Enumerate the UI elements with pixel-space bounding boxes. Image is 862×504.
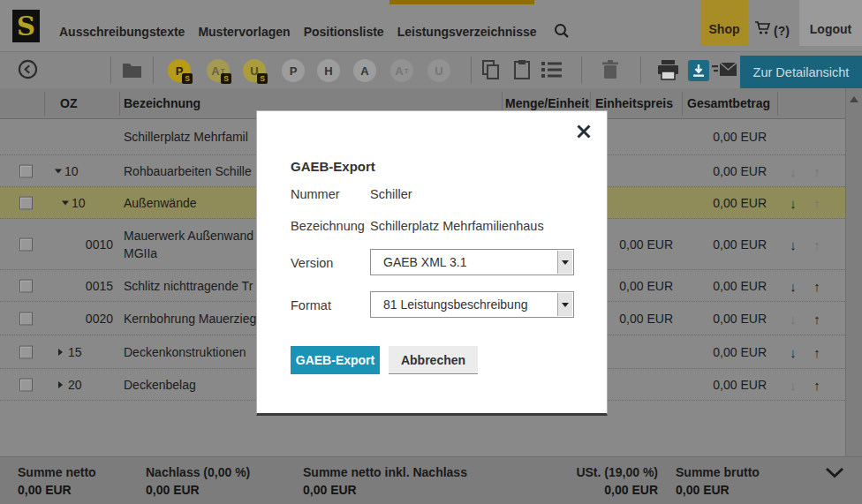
header-gesamtbetrag[interactable]: Gesamtbetrag: [687, 88, 770, 118]
version-label: Version: [291, 256, 333, 270]
lv-toolbar: P S AT S U S P H A AT U: [0, 51, 862, 88]
caret-down-icon: [562, 303, 569, 307]
copy-icon[interactable]: [481, 59, 501, 84]
gesamtbetrag-cell: 0,00 EUR: [682, 196, 767, 210]
text-icon[interactable]: AT: [390, 59, 413, 82]
toolbar-divider: [581, 56, 582, 84]
position-sirados-icon[interactable]: P S: [168, 59, 191, 82]
move-down-icon[interactable]: ↓: [784, 163, 802, 178]
text-sirados-icon[interactable]: AT S: [207, 59, 230, 82]
row-checkbox[interactable]: [19, 279, 33, 292]
move-down-icon[interactable]: ↓: [784, 344, 802, 359]
summary-value: 0,00 EUR: [530, 481, 658, 499]
toolbar-divider: [110, 56, 111, 84]
column-divider: [682, 92, 683, 116]
header-oz[interactable]: OZ: [60, 88, 77, 118]
summe-netto: Summe netto 0,00 EUR: [18, 463, 96, 499]
move-up-icon[interactable]: ↑: [808, 311, 826, 326]
cart-icon[interactable]: [754, 20, 771, 38]
cart-area[interactable]: (?): [754, 0, 790, 46]
cart-hint-label: (?): [774, 24, 790, 38]
search-icon[interactable]: [554, 23, 570, 41]
summary-label: Summe netto inkl. Nachlass: [303, 463, 467, 481]
dialog-title: GAEB-Export: [291, 159, 375, 174]
format-selected-value: 81 Leistungsbeschreibung: [383, 297, 527, 312]
nummer-value: Schiller: [370, 187, 412, 201]
move-up-icon[interactable]: ↑: [808, 195, 826, 210]
nav-item-mustervorlagen[interactable]: Mustervorlagen: [198, 25, 290, 39]
oz-cell: 10: [72, 196, 86, 210]
nav-item-positionsliste[interactable]: Positionsliste: [304, 25, 384, 39]
detail-view-button[interactable]: Zur Detailansicht: [740, 56, 862, 89]
move-up-icon[interactable]: ↑: [808, 377, 826, 392]
hinweistext-icon[interactable]: H: [317, 59, 340, 82]
move-up-icon[interactable]: ↑: [808, 163, 826, 178]
main-menu: Ausschreibungstexte Mustervorlagen Posit…: [59, 12, 570, 51]
expand-caret-icon[interactable]: [58, 349, 63, 356]
scroll-up-icon[interactable]: [850, 96, 858, 102]
shop-button[interactable]: Shop: [700, 0, 748, 46]
nav-item-leistungsverzeichnisse[interactable]: Leistungsverzeichnisse: [397, 25, 537, 39]
row-checkbox[interactable]: [19, 196, 33, 209]
gaeb-export-button[interactable]: GAEB-Export: [291, 346, 380, 374]
move-down-icon[interactable]: ↓: [784, 195, 802, 210]
format-select[interactable]: 81 Leistungsbeschreibung: [370, 291, 574, 318]
back-icon[interactable]: [18, 59, 38, 83]
collapse-caret-icon[interactable]: [55, 169, 62, 173]
header-bezeichnung[interactable]: Bezeichnung: [124, 88, 200, 118]
summary-label: USt. (19,00 %): [530, 463, 658, 481]
numbered-list-icon[interactable]: [541, 59, 563, 84]
untertitel-sirados-icon[interactable]: U S: [243, 59, 266, 82]
logout-button[interactable]: Logout: [799, 0, 862, 46]
row-checkbox[interactable]: [19, 164, 33, 177]
download-icon[interactable]: [688, 60, 709, 81]
nummer-label: Nummer: [291, 187, 340, 201]
summe-brutto: Summe brutto 0,00 EUR: [676, 463, 760, 499]
summe-netto-inkl-nachlass: Summe netto inkl. Nachlass 0,00 EUR: [303, 463, 467, 499]
sirados-badge: S: [182, 73, 193, 84]
icon-sup: T: [405, 67, 409, 75]
icon-letter: A: [360, 64, 368, 78]
summary-bar: Summe netto 0,00 EUR Nachlass (0,00 %) 0…: [0, 456, 862, 504]
expand-caret-icon[interactable]: [58, 381, 63, 388]
move-down-icon[interactable]: ↓: [784, 237, 802, 252]
gesamtbetrag-cell: 0,00 EUR: [682, 378, 767, 392]
gesamtbetrag-cell: 0,00 EUR: [682, 237, 767, 252]
close-icon[interactable]: [576, 124, 592, 139]
nav-item-ausschreibungstexte[interactable]: Ausschreibungstexte: [59, 25, 185, 39]
summary-label: Summe netto: [18, 463, 96, 481]
send-mail-icon[interactable]: [712, 62, 737, 81]
untertitel-icon[interactable]: U: [427, 59, 450, 82]
row-checkbox[interactable]: [19, 345, 33, 358]
move-down-icon[interactable]: ↓: [784, 377, 802, 392]
position-icon[interactable]: P: [282, 59, 305, 82]
oz-cell: 15: [68, 345, 82, 359]
row-checkbox[interactable]: [19, 312, 33, 325]
sirados-badge: S: [257, 73, 268, 84]
abschnitt-icon[interactable]: A: [353, 59, 376, 82]
folder-icon[interactable]: [122, 62, 142, 82]
vertical-scrollbar[interactable]: [845, 88, 862, 456]
collapse-caret-icon[interactable]: [62, 200, 69, 205]
summary-value: 0,00 EUR: [676, 481, 760, 499]
trash-icon[interactable]: [601, 59, 620, 84]
dropdown-button[interactable]: [557, 293, 572, 316]
gesamtbetrag-cell: 0,00 EUR: [682, 279, 767, 293]
icon-letter: H: [324, 64, 332, 78]
app-logo[interactable]: S: [12, 10, 40, 42]
print-icon[interactable]: [657, 60, 679, 84]
icon-letter: U: [435, 64, 442, 78]
move-up-icon[interactable]: ↑: [808, 237, 826, 252]
move-down-icon[interactable]: ↓: [784, 278, 802, 293]
paste-icon[interactable]: [512, 59, 532, 84]
dropdown-button[interactable]: [557, 251, 572, 274]
chevron-down-icon[interactable]: [825, 466, 844, 482]
move-up-icon[interactable]: ↑: [808, 344, 826, 359]
cancel-button[interactable]: Abbrechen: [389, 346, 478, 374]
move-down-icon[interactable]: ↓: [784, 311, 802, 326]
move-up-icon[interactable]: ↑: [808, 278, 826, 293]
row-checkbox[interactable]: [19, 378, 33, 391]
row-checkbox[interactable]: [19, 237, 33, 251]
bezeichnung-value: Schillerplatz Mehrfamilienhaus: [370, 219, 544, 233]
version-select[interactable]: GAEB XML 3.1: [370, 249, 574, 275]
